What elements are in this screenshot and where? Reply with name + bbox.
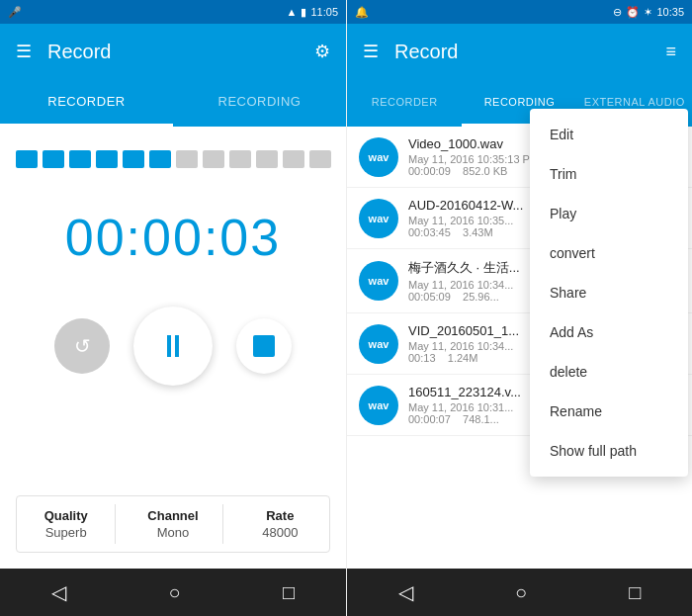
left-panel: 🎤 ▲ ▮ 11:05 ☰ Record ⚙ RECORDER RECORDIN… [0, 0, 346, 616]
wav-badge-5: wav [359, 386, 398, 425]
rate-value: 48000 [262, 525, 298, 540]
wav-badge-3: wav [359, 261, 398, 301]
quality-bar: Quality Superb Channel Mono Rate 48000 [16, 495, 330, 553]
right-status-left: 🔔 [355, 6, 369, 19]
left-nav-bar: ◁ ○ □ [0, 569, 346, 616]
tab-recorder-left[interactable]: RECORDER [0, 79, 173, 127]
context-menu-edit[interactable]: Edit [530, 115, 688, 154]
status-left: 🎤 [8, 6, 22, 19]
wav-badge-2: wav [359, 199, 398, 238]
pause-button[interactable]: ⏸ [133, 307, 213, 386]
left-menu-icon[interactable]: ☰ [16, 41, 32, 62]
wave-bar-5 [123, 150, 144, 168]
left-settings-icon[interactable]: ⚙ [314, 41, 330, 62]
context-menu-convert[interactable]: convert [530, 233, 688, 273]
wave-bar-10 [256, 150, 278, 168]
right-menu-icon[interactable]: ☰ [363, 41, 379, 62]
context-menu-trim[interactable]: Trim [530, 154, 688, 194]
wave-bar-7 [176, 150, 198, 168]
tab-recording-left[interactable]: RECORDING [173, 79, 346, 127]
back-button-left[interactable]: ◁ [51, 580, 66, 604]
context-menu-delete[interactable]: delete [530, 352, 688, 392]
quality-item-quality: Quality Superb [17, 504, 116, 544]
channel-value: Mono [157, 525, 190, 540]
rewind-icon: ↺ [74, 334, 91, 358]
context-menu-rename[interactable]: Rename [530, 392, 688, 431]
wave-bar-6 [149, 150, 171, 168]
bluetooth-icon: ✶ [644, 6, 652, 19]
context-menu-add-as[interactable]: Add As [530, 312, 688, 352]
rate-label: Rate [266, 508, 294, 523]
back-button-right[interactable]: ◁ [398, 580, 413, 604]
quality-item-rate: Rate 48000 [231, 504, 329, 544]
wave-bar-1 [16, 150, 38, 168]
channel-label: Channel [147, 508, 198, 523]
left-app-title: Record [47, 41, 314, 63]
right-status-bar: 🔔 ⊖ ⏰ ✶ 10:35 [347, 0, 692, 24]
stop-icon [253, 335, 275, 357]
right-time: 10:35 [656, 6, 684, 18]
left-time: 11:05 [310, 6, 338, 18]
clock-icon: ⏰ [626, 6, 640, 19]
stop-button[interactable] [236, 318, 292, 374]
quality-label: Quality [44, 508, 88, 523]
left-app-bar: ☰ Record ⚙ [0, 24, 346, 79]
left-tabs: RECORDER RECORDING [0, 79, 346, 127]
wave-bar-4 [96, 150, 118, 168]
right-panel: 🔔 ⊖ ⏰ ✶ 10:35 ☰ Record ≡ RECORDER RECORD… [346, 0, 692, 616]
pause-icon: ⏸ [157, 328, 189, 365]
recorder-content: 00:00:03 ↺ ⏸ Quality Superb Channel Mono [0, 127, 346, 569]
quality-value: Superb [45, 525, 87, 540]
alarm-icon: 🔔 [355, 6, 369, 19]
right-status-right: ⊖ ⏰ ✶ 10:35 [613, 6, 684, 19]
context-menu-show-full-path[interactable]: Show full path [530, 431, 688, 471]
tab-recorder-right[interactable]: RECORDER [347, 79, 462, 127]
wifi-icon: ▲ [287, 6, 298, 18]
rewind-button[interactable]: ↺ [54, 318, 110, 374]
right-more-icon[interactable]: ≡ [665, 42, 676, 62]
block-icon: ⊖ [613, 6, 622, 19]
wav-badge-1: wav [359, 137, 398, 177]
right-app-title: Record [394, 41, 665, 63]
wave-bar-9 [229, 150, 251, 168]
context-menu: Edit Trim Play convert Share Add As dele… [530, 109, 688, 477]
status-right: ▲ ▮ 11:05 [287, 6, 338, 19]
playback-controls: ↺ ⏸ [54, 307, 292, 386]
wave-bar-12 [309, 150, 331, 168]
home-button-right[interactable]: ○ [515, 581, 527, 604]
wave-bar-8 [203, 150, 224, 168]
home-button-left[interactable]: ○ [168, 581, 180, 604]
left-status-bar: 🎤 ▲ ▮ 11:05 [0, 0, 346, 24]
wave-bar-2 [43, 150, 64, 168]
mic-icon: 🎤 [8, 6, 22, 19]
wave-bar-11 [283, 150, 304, 168]
waveform [16, 150, 331, 168]
wav-badge-4: wav [359, 324, 398, 364]
recent-button-right[interactable]: □ [629, 581, 641, 604]
recent-button-left[interactable]: □ [283, 581, 295, 604]
right-app-bar: ☰ Record ≡ [347, 24, 692, 79]
context-menu-share[interactable]: Share [530, 273, 688, 312]
right-nav-bar: ◁ ○ □ [347, 569, 692, 616]
battery-icon: ▮ [301, 6, 306, 19]
wave-bar-3 [69, 150, 91, 168]
context-menu-play[interactable]: Play [530, 194, 688, 233]
timer-display: 00:00:03 [65, 208, 281, 267]
quality-item-channel: Channel Mono [124, 504, 222, 544]
